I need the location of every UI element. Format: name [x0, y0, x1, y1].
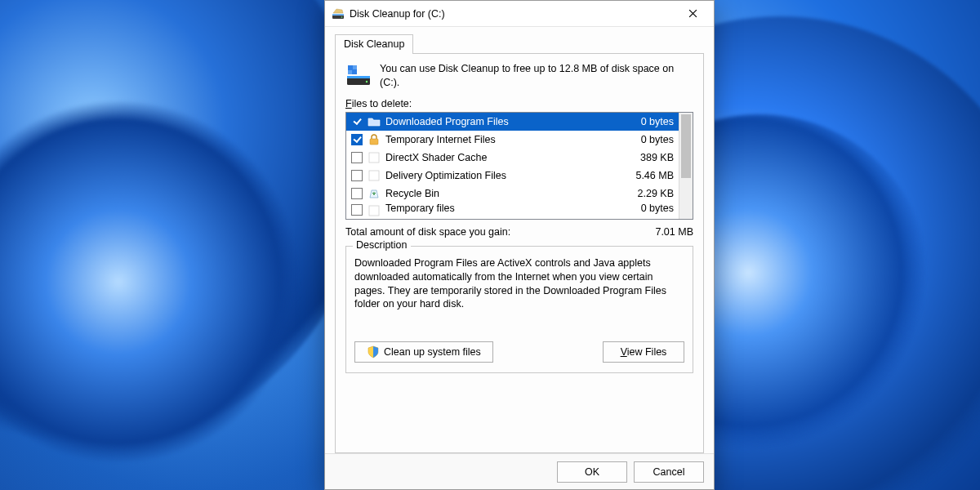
- description-title: Description: [353, 239, 411, 251]
- total-value: 7.01 MB: [655, 226, 693, 238]
- lock-icon: [368, 133, 381, 146]
- item-name: Temporary Internet Files: [385, 134, 612, 145]
- list-item[interactable]: Recycle Bin2.29 KB: [346, 185, 679, 203]
- recycle-icon: [368, 187, 381, 200]
- cleanup-system-files-label: Clean up system files: [384, 346, 481, 358]
- svg-rect-14: [369, 206, 379, 216]
- folder-icon: [368, 115, 381, 128]
- item-name: DirectX Shader Cache: [385, 152, 612, 163]
- scrollbar[interactable]: [679, 113, 693, 219]
- view-files-button[interactable]: View Files: [603, 341, 684, 363]
- item-size: 389 KB: [617, 152, 674, 163]
- svg-point-2: [341, 16, 343, 18]
- shield-icon: [367, 345, 380, 359]
- svg-rect-7: [348, 65, 352, 69]
- tab-disk-cleanup[interactable]: Disk Cleanup: [335, 34, 413, 54]
- scrollbar-thumb[interactable]: [681, 114, 691, 178]
- list-item[interactable]: Temporary files0 bytes: [346, 203, 679, 216]
- cancel-button[interactable]: Cancel: [634, 461, 704, 483]
- svg-rect-12: [369, 153, 379, 163]
- item-name: Temporary files: [385, 203, 612, 214]
- svg-rect-10: [353, 70, 357, 74]
- svg-rect-13: [369, 171, 379, 180]
- close-button[interactable]: [678, 2, 707, 25]
- description-group: Description Downloaded Program Files are…: [345, 246, 693, 373]
- files-list[interactable]: Downloaded Program Files0 bytesTemporary…: [345, 112, 693, 220]
- svg-rect-9: [348, 70, 352, 74]
- item-size: 0 bytes: [617, 134, 674, 145]
- drive-icon: [345, 62, 372, 88]
- item-size: 0 bytes: [617, 203, 674, 214]
- window-title: Disk Cleanup for (C:): [350, 8, 678, 20]
- item-size: 5.46 MB: [617, 170, 674, 181]
- checkbox[interactable]: [351, 116, 363, 127]
- list-item[interactable]: DirectX Shader Cache389 KB: [346, 149, 679, 167]
- list-item[interactable]: Delivery Optimization Files5.46 MB: [346, 167, 679, 185]
- tab-panel: You can use Disk Cleanup to free up to 1…: [335, 53, 704, 453]
- svg-rect-8: [353, 65, 357, 69]
- intro-text: You can use Disk Cleanup to free up to 1…: [380, 62, 693, 90]
- blank-icon: [368, 151, 381, 164]
- view-files-label: View Files: [621, 346, 667, 358]
- item-name: Delivery Optimization Files: [385, 170, 612, 181]
- cleanup-system-files-button[interactable]: Clean up system files: [354, 341, 493, 363]
- files-to-delete-label: Files to delete:: [345, 98, 693, 109]
- item-name: Recycle Bin: [385, 188, 612, 199]
- svg-rect-1: [332, 14, 344, 16]
- list-item[interactable]: Downloaded Program Files0 bytes: [346, 113, 679, 131]
- item-name: Downloaded Program Files: [385, 116, 612, 127]
- list-item[interactable]: Temporary Internet Files0 bytes: [346, 131, 679, 149]
- ok-button[interactable]: OK: [557, 461, 627, 483]
- titlebar[interactable]: Disk Cleanup for (C:): [325, 1, 714, 27]
- checkbox[interactable]: [351, 170, 363, 181]
- blank-icon: [368, 169, 381, 182]
- checkbox[interactable]: [351, 152, 363, 163]
- total-label: Total amount of disk space you gain:: [345, 226, 655, 238]
- disk-cleanup-window: Disk Cleanup for (C:) Disk Cleanup: [324, 0, 715, 490]
- svg-rect-11: [370, 139, 378, 145]
- item-size: 0 bytes: [617, 116, 674, 127]
- item-size: 2.29 KB: [617, 188, 674, 199]
- disk-cleanup-app-icon: [332, 7, 345, 20]
- blank-icon: [368, 204, 381, 217]
- checkbox[interactable]: [351, 204, 363, 216]
- checkbox[interactable]: [351, 134, 363, 145]
- svg-rect-4: [347, 76, 370, 78]
- description-text: Downloaded Program Files are ActiveX con…: [354, 256, 684, 330]
- checkbox[interactable]: [351, 188, 363, 199]
- svg-point-5: [366, 81, 368, 82]
- close-icon: [688, 9, 697, 18]
- dialog-footer: OK Cancel: [325, 453, 714, 489]
